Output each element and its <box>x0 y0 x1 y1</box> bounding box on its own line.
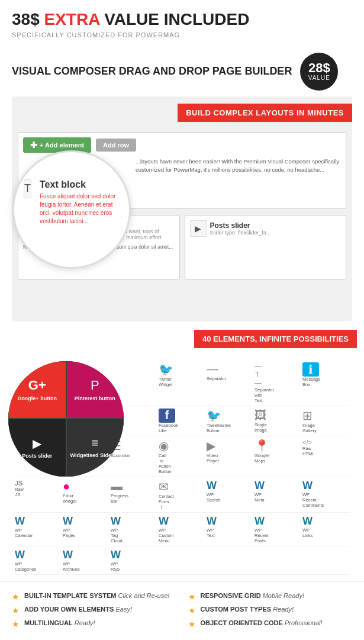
feature-strong-4: CUSTOM POST TYPES <box>201 606 272 613</box>
feature-item-1: ★ BUILT-IN TEMPLATE SYSTEM Click and Re-… <box>12 591 176 602</box>
feature-item-6: ★ OBJECT ORIENTED CODE Professional! <box>188 619 353 629</box>
wp-archives-label: WP Archives <box>63 561 69 572</box>
feature-text-3: ADD YOUR OWN ELEMENTS Easy! <box>24 605 132 614</box>
elements-circle-overlay: G+ Google+ button P Pinterest button ▶ P… <box>8 361 124 477</box>
el-cell-msg-box: ℹ Message Box <box>302 360 309 406</box>
cta-label: Call to Action Button <box>159 453 165 474</box>
wp-links-icon: W <box>302 515 308 528</box>
elements-banner: 40 ELEMENTS, INFINITE POSSIBILITIES <box>194 330 357 348</box>
sep-text-label: Separator with Text <box>255 387 260 403</box>
el-cell-progress: ▬ Progress Bar <box>110 477 117 512</box>
wp-recent-comments-label: WP Recent Comments <box>302 492 308 508</box>
vc-top-mockup: ✚ + Add element Add row T Text block Fus… <box>18 132 346 209</box>
vc-section-title: VISUAL COMPOSER DRAG AND DROP PAGE BUILD… <box>12 66 292 78</box>
plus-icon: ✚ <box>30 140 37 150</box>
raw-html-label: Raw HTML <box>302 446 308 456</box>
cf7-icon: ✉ <box>159 480 165 494</box>
text-block-body: Fusce aliquet dolor sed dolor feugia tor… <box>40 192 120 226</box>
el-cell-wp-meta: W WP Meta <box>254 477 261 512</box>
wp-archives-icon: W <box>63 549 69 561</box>
wp-cal-icon: W <box>15 515 21 528</box>
text-block-icon: T <box>24 179 31 198</box>
posts-slider-circle-label: Posts slider <box>22 453 52 459</box>
text-block-popup: T Text block Fusce aliquet dolor sed dol… <box>12 150 131 269</box>
el-cell-raw-html: </> Raw HTML <box>302 436 309 477</box>
el-cell-sep-text: —T— Separator with Text <box>254 360 261 406</box>
feature-strong-5: MULTILINGUAL <box>24 619 73 626</box>
feature-item-5: ★ MULTILINGUAL Ready! <box>12 619 176 629</box>
el-cell-wp-text: W WP Text <box>206 513 213 546</box>
cf7-label: Contact Form 7 <box>159 494 165 510</box>
feature-text-2: RESPONSIVE GRID Mobile Ready! <box>201 591 304 600</box>
posts-slider-card: ▶ Posts slider Slider type: flexslider_f… <box>185 215 347 280</box>
add-row-btn[interactable]: Add row <box>96 139 136 152</box>
el-cell-tweet-btn: 🐦 Tweetmeme Button <box>206 406 213 436</box>
el-cell-cta: ◉ Call to Action Button <box>158 436 165 477</box>
el-cell-wp-recent-posts: W WP Recent Posts <box>254 513 261 546</box>
star-icon-1: ★ <box>12 592 20 602</box>
wp-custom-menu-icon: W <box>159 515 165 528</box>
el-row-4: JS Raw JS ● Flickr Widget ▬ Progress Bar… <box>14 477 350 513</box>
el-cell-wp-recent-comments: W WP Recent Comments <box>302 477 309 512</box>
feature-em-1: Click and Re-use! <box>118 592 170 599</box>
feature-text-5: MULTILINGUAL Ready! <box>24 619 95 628</box>
add-element-btn[interactable]: ✚ + Add element <box>23 137 91 153</box>
main-title: 38$ EXTRA VALUE INCLUDED <box>12 11 352 29</box>
star-icon-6: ★ <box>188 619 196 629</box>
el-cell-wp-links: W WP Links <box>302 513 309 546</box>
wp-text-icon: W <box>207 515 212 528</box>
img-gallery-label: Image Gallery <box>302 423 308 433</box>
feature-item-2: ★ RESPONSIVE GRID Mobile Ready! <box>188 591 353 602</box>
vc-title-row: VISUAL COMPOSER DRAG AND DROP PAGE BUILD… <box>0 44 364 97</box>
feature-strong-2: RESPONSIVE GRID <box>201 592 261 599</box>
add-element-label: + Add element <box>40 141 84 149</box>
el-row-5: W WP Calendar W WP Pages W WP Tag Cloud … <box>14 513 350 546</box>
posts-slider-title: Posts slider <box>210 221 271 230</box>
wp-tag-cloud-label: WP Tag Cloud <box>111 528 117 543</box>
wp-custom-menu-label: WP Custom Menu <box>159 528 165 543</box>
build-complex-banner: BUILD COMPLEX LAYOUTS IN MINUTES <box>178 104 352 122</box>
el-cell-img-gallery: ⊞ Image Gallery <box>302 406 309 436</box>
separator-icon: — <box>207 362 212 376</box>
badge-value: VALUE <box>308 75 330 81</box>
pinterest-icon: P <box>91 378 99 393</box>
mockup-description: ...layouts have never been easier! With … <box>136 157 341 175</box>
twitter-widget-icon: 🐦 <box>159 362 165 377</box>
feature-strong-3: ADD YOUR OWN ELEMENTS <box>24 606 114 613</box>
feature-em-3: Easy! <box>115 606 132 613</box>
star-icon-2: ★ <box>188 592 196 602</box>
feature-text-4: CUSTOM POST TYPES Ready! <box>201 605 294 614</box>
wp-recent-comments-icon: W <box>302 480 308 492</box>
star-icon-3: ★ <box>12 606 20 615</box>
text-block-label: Text block <box>40 179 120 190</box>
wp-rss-icon: W <box>111 549 117 561</box>
posts-slider-circle-icon: ▶ <box>33 436 41 451</box>
wp-categories-label: WP Categories <box>15 561 21 572</box>
el-cell-wp-search: W WP Search <box>206 477 213 512</box>
el-cell-wp-tag-cloud: W WP Tag Cloud <box>110 513 117 546</box>
add-row-label: Add row <box>103 141 129 149</box>
raw-js-label: Raw JS <box>15 487 21 497</box>
wp-recent-posts-icon: W <box>255 515 260 528</box>
progress-label: Progress Bar <box>111 493 117 504</box>
tweet-btn-icon: 🐦 <box>207 409 212 423</box>
el-cell-wp-custom-menu: W WP Custom Menu <box>158 513 165 546</box>
el-cell-raw-js: JS Raw JS <box>14 477 21 512</box>
fb-like-label: Facebook Like <box>159 423 165 433</box>
img-gallery-icon: ⊞ <box>302 409 308 423</box>
badge-price: 28$ <box>308 62 330 75</box>
maps-label: Google' Maps <box>255 453 260 464</box>
el-cell-flickr: ● Flickr Widget <box>62 477 69 512</box>
wp-meta-icon: W <box>255 480 260 492</box>
el-cell-wp-cal: W WP Calendar <box>14 513 21 546</box>
maps-icon: 📍 <box>255 439 260 453</box>
feature-strong-6: OBJECT ORIENTED CODE <box>201 619 283 626</box>
wp-search-label: WP Search <box>207 492 212 503</box>
feature-em-4: Ready! <box>273 606 294 613</box>
msg-box-label: Message Box <box>302 377 308 387</box>
single-img-label: Single Image <box>255 422 260 433</box>
star-icon-5: ★ <box>12 619 20 629</box>
progress-icon: ▬ <box>111 480 117 493</box>
pinterest-label: Pinterest button <box>75 395 115 402</box>
features-section: ★ BUILT-IN TEMPLATE SYSTEM Click and Re-… <box>0 581 364 640</box>
